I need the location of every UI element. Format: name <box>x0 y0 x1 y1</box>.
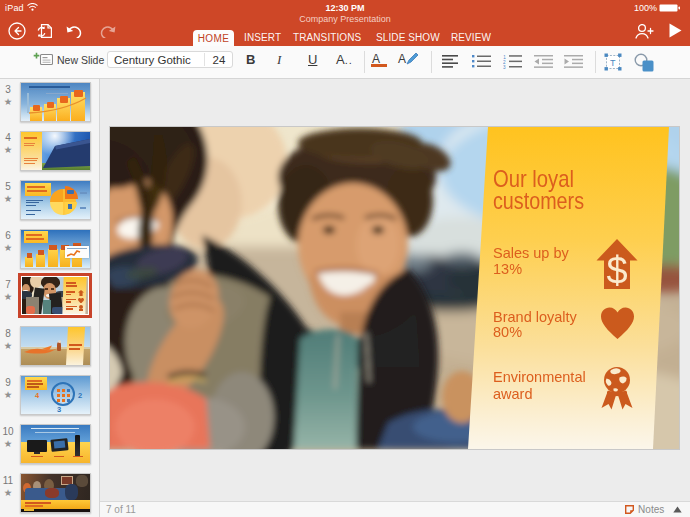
svg-text:$: $ <box>606 250 627 292</box>
svg-text:Environmental: Environmental <box>493 369 586 385</box>
svg-text:3: 3 <box>503 65 506 69</box>
svg-text:80%: 80% <box>493 324 522 340</box>
svg-text:Sales up by: Sales up by <box>493 245 570 261</box>
svg-text:1: 1 <box>503 55 506 60</box>
svg-text:award: award <box>493 386 533 402</box>
svg-text:customers: customers <box>493 187 584 214</box>
svg-text:Brand loyalty: Brand loyalty <box>493 309 578 325</box>
svg-text:T: T <box>610 58 616 68</box>
svg-text:13%: 13% <box>493 261 522 277</box>
